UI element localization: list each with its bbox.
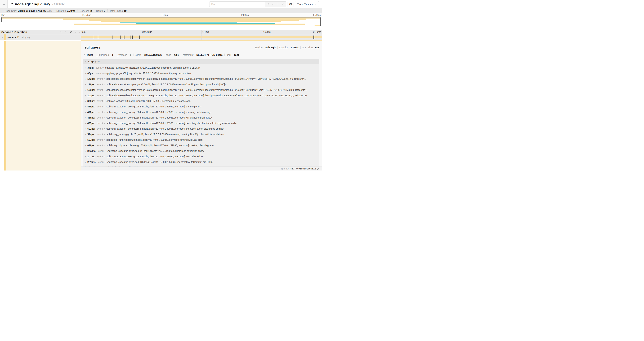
log-field-value: ‹sql/conn_executor_exec.go:684 [nsql1,cl…: [106, 116, 212, 119]
log-marker-tick[interactable]: [96, 36, 96, 39]
log-marker-tick[interactable]: [122, 36, 122, 39]
log-row[interactable]: ›366μs:event=‹sql/plan_opt.go:358 [nsql1…: [83, 98, 320, 104]
log-field-key: event: [98, 150, 104, 152]
log-row[interactable]: ›495μs:event=‹sql/conn_executor_exec.go:…: [83, 120, 320, 126]
log-row[interactable]: ›34μs:event=‹sql/exec_util.go:2297 [nsql…: [83, 65, 320, 71]
span-row-child[interactable]: [0, 40, 322, 42]
log-row[interactable]: ›476μs:event=‹sql/conn_executor_exec.go:…: [83, 109, 320, 115]
log-row[interactable]: ›176μs:event=‹sql/catalog/descs/descript…: [83, 82, 320, 87]
log-marker-tick[interactable]: [124, 36, 124, 39]
collapse-all-icon[interactable]: [70, 31, 72, 33]
chevron-right-icon[interactable]: ›: [85, 72, 86, 75]
log-timestamp: 176μs:: [88, 83, 95, 86]
chevron-right-icon[interactable]: ›: [85, 94, 86, 97]
meta-suffix: .326: [47, 10, 52, 12]
log-field-key: event: [96, 66, 102, 69]
log-marker-tick[interactable]: [313, 36, 314, 39]
chevron-right-icon[interactable]: ›: [85, 133, 86, 136]
chevron-right-icon[interactable]: ›: [85, 89, 86, 91]
tag-equals: =: [194, 54, 196, 56]
trace-meta-item: Services2: [78, 9, 94, 12]
chevron-right-icon[interactable]: ›: [85, 161, 86, 163]
chevron-right-icon[interactable]: ›: [85, 122, 86, 125]
collapse-one-icon[interactable]: [60, 31, 62, 33]
log-row[interactable]: ›201μs:event=‹sql/catalog/lease/descript…: [83, 93, 320, 98]
minimap-right-handle[interactable]: [320, 18, 321, 26]
log-field-key: event: [97, 116, 103, 119]
chevron-down-icon[interactable]: [2, 36, 4, 39]
log-timestamp: 201μs:: [88, 94, 95, 97]
column-resizer-handle[interactable]: ‖: [79, 31, 80, 34]
log-marker-tick[interactable]: [84, 36, 84, 39]
service-operation-title: Service & Operation: [2, 31, 60, 34]
clear-search-icon[interactable]: [282, 3, 284, 5]
log-row[interactable]: ›678μs:event=‹sql/distsql_physical_plann…: [83, 143, 320, 148]
chevron-right-icon[interactable]: ›: [85, 144, 86, 147]
minimap-left-handle[interactable]: [1, 18, 2, 22]
log-field-key: event: [97, 105, 103, 108]
chevron-right-icon[interactable]: ›: [85, 83, 86, 86]
log-marker-tick[interactable]: [139, 36, 140, 39]
expand-all-icon[interactable]: [74, 31, 77, 33]
chevron-right-icon[interactable]: ›: [85, 105, 86, 108]
tag-equals: =: [128, 54, 129, 56]
log-field-key: event: [97, 133, 103, 136]
chevron-right-icon[interactable]: ›: [85, 150, 86, 152]
log-row[interactable]: ›2.69ms:event=‹sql/conn_executor_exec.go…: [83, 148, 320, 154]
minimap-canvas[interactable]: [1, 17, 321, 26]
row-gridline: [202, 34, 202, 40]
tags-row[interactable]: Tags: _unfinished=1_verbose=1client=127.…: [83, 53, 320, 57]
log-marker-tick[interactable]: [314, 36, 314, 39]
log-field-value: ‹sql/catalog/lease/descriptor_version_st…: [106, 78, 306, 80]
log-row[interactable]: ›502μs:event=‹sql/conn_executor_exec.go:…: [83, 126, 320, 132]
log-row[interactable]: ›142μs:event=‹sql/catalog/lease/descript…: [83, 76, 320, 82]
back-button[interactable]: ←: [0, 0, 8, 8]
chevron-down-icon[interactable]: [85, 60, 87, 63]
log-field-value: ‹sql/catalog/lease/descriptor_version_st…: [106, 94, 307, 97]
next-match-icon[interactable]: [277, 3, 279, 5]
log-row[interactable]: ›189μs:event=‹sql/catalog/lease/descript…: [83, 87, 320, 93]
log-marker-tick[interactable]: [97, 36, 97, 39]
log-row[interactable]: ›80μs:event=‹sql/plan_opt.go:358 [nsql1,…: [83, 71, 320, 76]
log-marker-tick[interactable]: [112, 36, 113, 39]
keyboard-shortcuts-button[interactable]: ⌘: [288, 1, 294, 7]
chevron-right-icon[interactable]: ›: [85, 138, 86, 141]
locate-icon[interactable]: [267, 3, 270, 5]
log-row[interactable]: ›597μs:event=‹sql/distsql_running.go:498…: [83, 137, 320, 143]
view-selector-button[interactable]: Trace Timeline: [295, 1, 319, 7]
chevron-right-icon[interactable]: ›: [85, 111, 86, 114]
expand-one-icon[interactable]: [65, 31, 67, 33]
span-bar[interactable]: [81, 40, 322, 41]
detail-meta-value: node sql1: [264, 46, 276, 49]
meta-value: March 31 2022, 17:25:09: [18, 10, 46, 12]
log-row[interactable]: ›574μs:event=‹sql/distsql_running.go:142…: [83, 132, 320, 137]
log-row[interactable]: ›486μs:event=‹sql/conn_executor_exec.go:…: [83, 115, 320, 120]
log-marker-tick[interactable]: [88, 36, 88, 39]
search-input[interactable]: [210, 2, 265, 7]
span-bar-area[interactable]: [81, 34, 322, 40]
timeline-minimap[interactable]: 0μs697.75μs1.4ms2.09ms2.79ms: [0, 13, 322, 26]
prev-match-icon[interactable]: [272, 3, 274, 5]
chevron-right-icon[interactable]: [83, 54, 85, 56]
chevron-right-icon[interactable]: ›: [85, 66, 86, 69]
deep-link-icon[interactable]: [317, 167, 320, 170]
chevron-right-icon[interactable]: ›: [85, 127, 86, 130]
chevron-right-icon[interactable]: ›: [85, 100, 86, 102]
span-row-root[interactable]: node sql1 sql query: [0, 34, 322, 40]
separator: |: [300, 46, 301, 49]
tag-item: node=sql1: [164, 54, 181, 56]
log-timestamp: 502μs:: [88, 127, 95, 130]
chevron-down-icon[interactable]: [10, 2, 13, 6]
log-row[interactable]: ›2.7ms:event=‹sql/conn_executor_exec.go:…: [83, 154, 320, 159]
chevron-right-icon[interactable]: ›: [85, 155, 86, 158]
log-marker-tick[interactable]: [130, 36, 131, 39]
log-row[interactable]: ›2.79ms:event=‹sql/conn_executor_exec.go…: [83, 159, 320, 165]
chevron-right-icon[interactable]: ›: [85, 78, 86, 80]
span-row-label[interactable]: node sql1 sql query: [0, 34, 81, 40]
chevron-right-icon[interactable]: ›: [85, 116, 86, 119]
detail-left-column: [0, 42, 81, 171]
log-marker-tick[interactable]: [124, 36, 124, 39]
log-row[interactable]: ›459μs:event=‹sql/conn_executor_exec.go:…: [83, 104, 320, 109]
log-marker-tick[interactable]: [120, 36, 121, 39]
logs-header[interactable]: Logs (18): [83, 59, 320, 64]
